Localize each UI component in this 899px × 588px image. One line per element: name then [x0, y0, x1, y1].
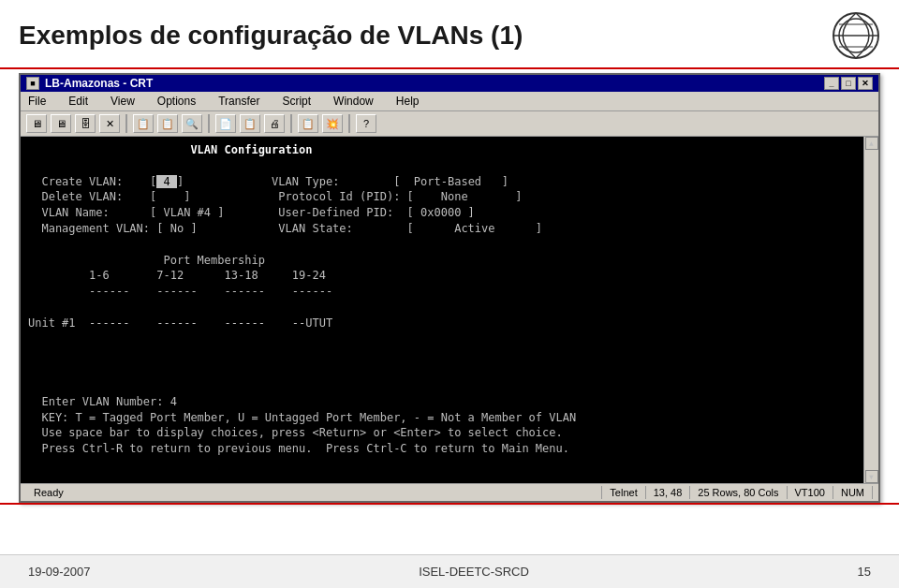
- menu-help[interactable]: Help: [392, 94, 423, 109]
- maximize-button[interactable]: □: [841, 77, 856, 90]
- toolbar-sep-2: [208, 114, 210, 133]
- status-ready: Ready: [26, 486, 602, 499]
- toolbar-btn-5[interactable]: 📋: [133, 114, 154, 133]
- footer-date: 19-09-2007: [28, 565, 91, 579]
- page-title: Exemplos de configuração de VLANs (1): [19, 21, 523, 51]
- menubar: File Edit View Options Transfer Script W…: [21, 92, 878, 111]
- menu-script[interactable]: Script: [278, 94, 315, 109]
- menu-file[interactable]: File: [24, 94, 50, 109]
- page-header: Exemplos de configuração de VLANs (1): [0, 0, 899, 67]
- status-position: 13, 48: [646, 486, 691, 499]
- window-icon: ■: [26, 77, 39, 90]
- toolbar-sep-3: [290, 114, 292, 133]
- titlebar: ■ LB-Amazonas - CRT _ □ ✕: [21, 75, 878, 92]
- toolbar-btn-2[interactable]: 🖥: [51, 114, 71, 133]
- titlebar-buttons: _ □ ✕: [824, 77, 873, 90]
- toolbar-btn-6[interactable]: 📋: [157, 114, 178, 133]
- menu-window[interactable]: Window: [330, 94, 377, 109]
- footer-center: ISEL-DEETC-SRCD: [419, 565, 529, 579]
- status-protocol: Telnet: [602, 486, 645, 499]
- toolbar-btn-7[interactable]: 🔍: [182, 114, 202, 133]
- toolbar-sep-4: [348, 114, 350, 133]
- statusbar: Ready Telnet 13, 48 25 Rows, 80 Cols VT1…: [21, 483, 878, 501]
- toolbar-btn-9[interactable]: 📋: [240, 114, 260, 133]
- scrollbar[interactable]: ▲ ▼: [863, 137, 878, 483]
- close-button[interactable]: ✕: [858, 77, 873, 90]
- page-footer: 19-09-2007 ISEL-DEETC-SRCD 15: [0, 554, 899, 588]
- menu-edit[interactable]: Edit: [65, 94, 92, 109]
- titlebar-title: LB-Amazonas - CRT: [45, 77, 153, 90]
- toolbar-btn-3[interactable]: 🗄: [75, 114, 96, 133]
- terminal-content: VLAN Configuration Create VLAN: [ 4 ] VL…: [28, 142, 871, 457]
- minimize-button[interactable]: _: [824, 77, 839, 90]
- scroll-down-button[interactable]: ▼: [865, 470, 878, 483]
- toolbar-btn-10[interactable]: 🖨: [264, 114, 285, 133]
- status-size: 25 Rows, 80 Cols: [690, 486, 787, 499]
- footer-divider: [0, 503, 899, 505]
- toolbar-btn-1[interactable]: 🖥: [26, 114, 47, 133]
- titlebar-left: ■ LB-Amazonas - CRT: [26, 77, 153, 90]
- menu-options[interactable]: Options: [154, 94, 199, 109]
- menu-view[interactable]: View: [107, 94, 139, 109]
- toolbar-btn-12[interactable]: 💥: [322, 114, 343, 133]
- toolbar-btn-help[interactable]: ?: [356, 114, 376, 133]
- toolbar-btn-8[interactable]: 📄: [215, 114, 236, 133]
- terminal: VLAN Configuration Create VLAN: [ 4 ] VL…: [21, 137, 878, 483]
- status-terminal: VT100: [788, 486, 833, 499]
- menu-transfer[interactable]: Transfer: [214, 94, 263, 109]
- footer-page: 15: [858, 565, 871, 579]
- toolbar-btn-4[interactable]: ✕: [99, 114, 120, 133]
- logo-icon: [832, 11, 880, 60]
- toolbar-btn-11[interactable]: 📋: [298, 114, 318, 133]
- header-divider: [0, 67, 899, 69]
- scroll-up-button[interactable]: ▲: [865, 137, 878, 150]
- toolbar: 🖥 🖥 🗄 ✕ 📋 📋 🔍 📄 📋 🖨 📋 💥 ?: [21, 111, 878, 137]
- crt-window: ■ LB-Amazonas - CRT _ □ ✕ File Edit View…: [19, 73, 880, 503]
- toolbar-sep-1: [125, 114, 127, 133]
- status-num: NUM: [833, 486, 873, 499]
